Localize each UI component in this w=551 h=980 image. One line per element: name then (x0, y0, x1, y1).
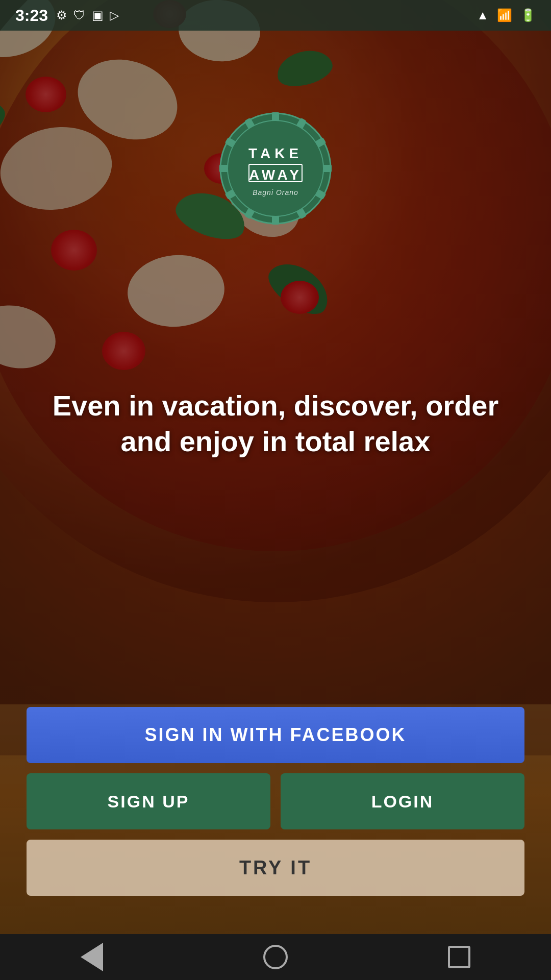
tagline: Even in vacation, discover, order and en… (0, 388, 551, 459)
buttons-area: SIGN IN WITH FACEBOOK SIGN UP LOGIN TRY … (0, 707, 551, 896)
signal-icon: 📶 (497, 8, 512, 22)
status-bar: 3:23 ⚙ 🛡 ▣ ▷ ▲ 📶 🔋 (0, 0, 551, 31)
try-it-button[interactable]: TRY IT (27, 840, 524, 896)
sdcard-icon: ▣ (92, 8, 104, 22)
shield-icon: 🛡 (73, 8, 86, 22)
back-button[interactable] (71, 937, 112, 977)
logo-container: TAKE AWAY Bagni Orano (219, 112, 332, 225)
home-icon (263, 945, 288, 969)
recents-button[interactable] (439, 937, 480, 977)
svg-text:Bagni Orano: Bagni Orano (253, 188, 298, 197)
recents-icon (448, 946, 470, 968)
wifi-icon: ▲ (477, 8, 489, 22)
signup-login-row: SIGN UP LOGIN (27, 773, 524, 829)
playstore-icon: ▷ (110, 8, 119, 22)
signup-button[interactable]: SIGN UP (27, 773, 270, 829)
svg-text:TAKE: TAKE (248, 145, 303, 161)
back-icon (81, 943, 103, 971)
status-time: 3:23 (15, 6, 48, 25)
status-bar-left: 3:23 ⚙ 🛡 ▣ ▷ (15, 6, 119, 25)
settings-icon: ⚙ (56, 8, 67, 22)
status-icons: ⚙ 🛡 ▣ ▷ (56, 8, 119, 22)
facebook-signin-button[interactable]: SIGN IN WITH FACEBOOK (27, 707, 524, 763)
logo-badge: TAKE AWAY Bagni Orano (219, 112, 332, 225)
status-bar-right: ▲ 📶 🔋 (477, 8, 536, 22)
battery-icon: 🔋 (520, 8, 536, 22)
bottom-nav (0, 934, 551, 980)
login-button[interactable]: LOGIN (281, 773, 524, 829)
home-button[interactable] (255, 937, 296, 977)
svg-text:AWAY: AWAY (249, 167, 302, 183)
logo-badge-svg: TAKE AWAY Bagni Orano (219, 112, 332, 225)
